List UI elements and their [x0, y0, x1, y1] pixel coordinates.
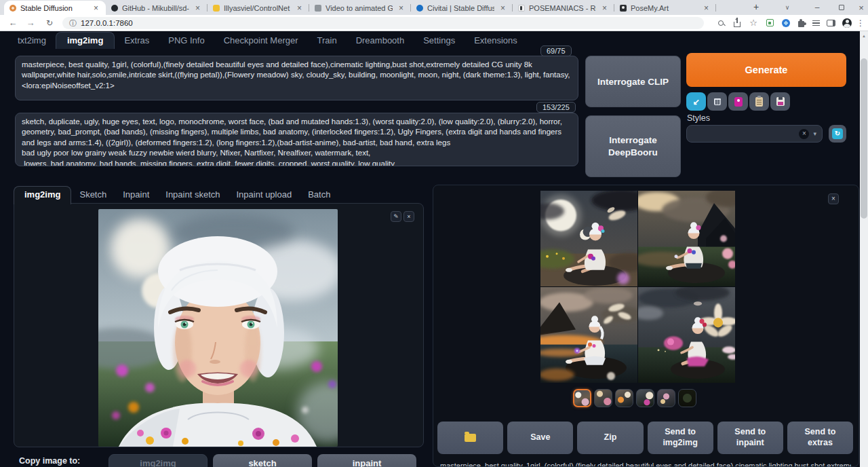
tab-extensions[interactable]: Extensions: [465, 33, 527, 49]
sidebar-toggle-icon[interactable]: [823, 15, 838, 31]
back-button[interactable]: ←: [5, 15, 20, 31]
window-close-button[interactable]: ×: [854, 0, 868, 15]
copy-to-img2img-button: img2img: [108, 454, 208, 467]
gallery-image-4[interactable]: [638, 287, 735, 383]
browser-tab-gif-converter[interactable]: Video to animated GIF converter ×: [309, 1, 411, 15]
remove-image-icon[interactable]: ×: [403, 211, 414, 222]
reload-button[interactable]: ↻: [42, 15, 57, 31]
thumbnail-3[interactable]: [615, 389, 633, 407]
browser-menu-icon[interactable]: ⋮: [854, 15, 867, 31]
img2img-input-canvas[interactable]: ✎ ×: [14, 203, 424, 447]
zoom-icon[interactable]: [713, 15, 728, 31]
thumbnail-1-selected[interactable]: [573, 389, 591, 407]
share-icon[interactable]: [730, 15, 745, 31]
extension-list-icon[interactable]: [808, 15, 823, 31]
browser-tab-title: Civitai | Stable Diffusion models: [427, 4, 494, 12]
gallery-image-3[interactable]: [540, 287, 637, 383]
gallery-close-icon[interactable]: ×: [828, 193, 839, 204]
browser-tab-stable-diffusion[interactable]: Stable Diffusion ×: [4, 1, 106, 15]
generate-button[interactable]: Generate: [686, 53, 846, 87]
input-image-preview[interactable]: [98, 209, 338, 447]
subtab-sketch[interactable]: Sketch: [71, 187, 115, 204]
browser-tab-posemyart[interactable]: PoseMy.Art ×: [614, 1, 716, 15]
tab-close-icon[interactable]: ×: [295, 3, 304, 13]
clear-prompt-trash-icon[interactable]: [707, 92, 727, 111]
tab-close-icon[interactable]: ×: [600, 3, 609, 13]
clear-styles-icon[interactable]: ×: [799, 129, 809, 139]
apply-styles-clipboard-icon[interactable]: [749, 92, 769, 111]
browser-tab-strip: Stable Diffusion × GitHub - Mikubill/sd-…: [0, 0, 868, 15]
scrollbar-up-arrow[interactable]: ▲: [860, 31, 868, 41]
negative-prompt-textarea[interactable]: sketch, duplicate, ugly, huge eyes, text…: [15, 113, 578, 166]
save-style-floppy-icon[interactable]: [770, 92, 790, 111]
tab-settings[interactable]: Settings: [414, 33, 465, 49]
send-to-img2img-button[interactable]: Send to img2img: [648, 422, 713, 454]
interrogate-clip-button[interactable]: Interrogate CLIP: [585, 56, 681, 107]
interrogate-deepbooru-button[interactable]: Interrogate DeepBooru: [585, 115, 681, 177]
refresh-styles-button[interactable]: ↻: [829, 125, 846, 143]
send-to-extras-button[interactable]: Send to extras: [787, 422, 853, 454]
tab-train[interactable]: Train: [308, 33, 347, 49]
extensions-puzzle-icon[interactable]: [793, 15, 808, 31]
copy-to-inpaint-button[interactable]: inpaint: [317, 454, 416, 467]
subtab-inpaint-upload[interactable]: Inpaint upload: [228, 187, 300, 204]
avatar-icon: [842, 18, 852, 28]
subtab-batch[interactable]: Batch: [300, 187, 338, 204]
new-tab-button[interactable]: +: [750, 1, 762, 14]
thumbnail-2[interactable]: [594, 389, 612, 407]
open-folder-button[interactable]: [437, 422, 503, 454]
chevron-down-icon[interactable]: ▾: [813, 130, 816, 137]
tab-extras[interactable]: Extras: [115, 33, 159, 49]
thumbnail-6[interactable]: [678, 389, 696, 407]
send-to-inpaint-button[interactable]: Send to inpaint: [717, 422, 783, 454]
browser-tab-civitai[interactable]: Civitai | Stable Diffusion models ×: [411, 1, 513, 15]
bookmark-star-icon[interactable]: ☆: [746, 15, 761, 31]
gallery-image-1[interactable]: [540, 191, 637, 286]
tab-png-info[interactable]: PNG Info: [159, 33, 214, 49]
subtab-img2img[interactable]: img2img: [14, 186, 71, 204]
browser-tab-github[interactable]: GitHub - Mikubill/sd-webui-con ×: [106, 1, 208, 15]
tab-search-chevron-icon[interactable]: ∨: [780, 0, 795, 15]
profile-avatar[interactable]: [840, 15, 854, 31]
tab-dreambooth[interactable]: Dreambooth: [347, 33, 414, 49]
gallery-thumbnails: [573, 389, 696, 407]
tab-close-icon[interactable]: ×: [397, 3, 406, 13]
subtab-inpaint[interactable]: Inpaint: [115, 187, 157, 204]
thumbnail-5[interactable]: [657, 389, 675, 407]
window-maximize-button[interactable]: [833, 0, 850, 15]
address-bar[interactable]: ⓘ 127.0.0.1:7860: [62, 17, 704, 29]
read-parameters-arrow-icon[interactable]: ↙: [686, 92, 706, 111]
copy-to-sketch-button[interactable]: sketch: [213, 454, 312, 467]
gallery-image-2[interactable]: [638, 191, 735, 286]
zip-button[interactable]: Zip: [577, 422, 643, 454]
browser-tab-controlnet[interactable]: Illyasviel/ControlNet at main ×: [208, 1, 309, 15]
forward-button[interactable]: →: [23, 15, 38, 31]
gallery-grid-image[interactable]: [540, 191, 735, 383]
tab-close-icon[interactable]: ×: [92, 3, 100, 13]
gif-converter-favicon: [315, 5, 321, 12]
browser-tab-title: Illyasviel/ControlNet at main: [224, 4, 291, 12]
thumbnail-4[interactable]: [636, 389, 654, 407]
tab-close-icon[interactable]: ×: [498, 3, 507, 13]
tab-checkpoint-merger[interactable]: Checkpoint Merger: [214, 33, 308, 49]
site-info-icon[interactable]: ⓘ: [69, 20, 77, 27]
tab-close-icon[interactable]: ×: [193, 3, 202, 13]
tab-img2img[interactable]: img2img: [56, 32, 115, 49]
scrollbar-thumb[interactable]: [861, 58, 867, 219]
extension-n-icon[interactable]: [762, 15, 777, 31]
save-button[interactable]: Save: [507, 422, 573, 454]
browser-tab-posemaniacs[interactable]: POSEMANIACS - Royalty free 3 ×: [513, 1, 614, 15]
edit-pencil-icon[interactable]: ✎: [391, 211, 401, 222]
canvas-tool-buttons: ✎ ×: [391, 211, 414, 222]
prompt-textarea[interactable]: masterpiece, best quality, 1girl, (color…: [15, 56, 578, 100]
prompt-token-counter: 69/75: [540, 45, 572, 56]
share-box-icon: [734, 22, 741, 27]
n-extension-icon: [766, 19, 774, 26]
tab-txt2img[interactable]: txt2img: [8, 33, 56, 49]
styles-dropdown[interactable]: × ▾: [686, 125, 823, 143]
extension-blue-icon[interactable]: [778, 15, 793, 31]
window-minimize-button[interactable]: –: [808, 0, 826, 15]
subtab-inpaint-sketch[interactable]: Inpaint sketch: [157, 187, 228, 204]
tab-close-icon[interactable]: ×: [702, 3, 711, 13]
extra-networks-card-icon[interactable]: [728, 92, 748, 111]
